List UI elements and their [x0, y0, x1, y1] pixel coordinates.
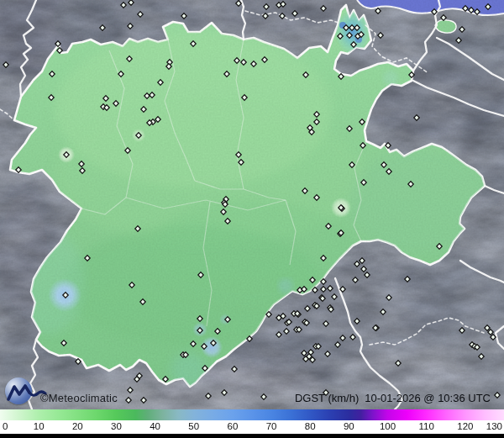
scale-tick-label: 130: [486, 421, 502, 431]
variable-label: DGST (km/h): [295, 392, 359, 404]
scale-tick-label: 100: [380, 421, 396, 431]
scale-tick-label: 120: [457, 421, 473, 431]
scale-tick-label: 30: [111, 421, 122, 431]
scale-tick-label: 110: [419, 421, 434, 431]
scale-tick-label: 0: [3, 421, 8, 431]
scale-tick-label: 70: [266, 421, 277, 431]
scale-tick-label: 80: [305, 421, 316, 431]
copyright-label: ©Meteoclimatic: [40, 392, 118, 404]
gust-color-scale: [0, 409, 504, 420]
scale-tick-labels: 0102030405060708090100110120130: [0, 420, 504, 434]
scale-tick-label: 60: [228, 421, 239, 431]
scale-tick-label: 20: [72, 421, 83, 431]
weather-map-screenshot: ©Meteoclimatic DGST (km/h)10-01-2026 @ 1…: [0, 0, 504, 438]
scale-tick-label: 50: [188, 421, 199, 431]
scale-tick-label: 90: [344, 421, 354, 431]
wind-gust-map: [0, 0, 504, 409]
scale-tick-label: 10: [34, 421, 45, 431]
bottom-black-strip: [0, 434, 504, 438]
map-infobar: DGST (km/h)10-01-2026 @ 10:36 UTC: [289, 392, 491, 404]
relief-texture: [0, 0, 504, 409]
datetime-label: 10-01-2026 @ 10:36 UTC: [365, 392, 491, 404]
scale-tick-label: 40: [150, 421, 160, 431]
